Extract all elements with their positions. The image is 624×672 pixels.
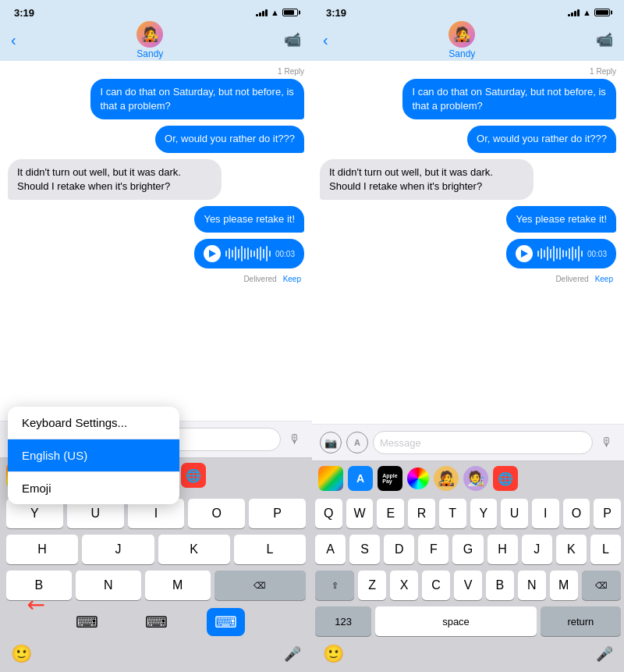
left-back-button[interactable]: ‹ — [11, 31, 16, 49]
left-key-L[interactable]: L — [234, 535, 306, 564]
right-key-N[interactable]: N — [518, 571, 546, 600]
right-key-S[interactable]: S — [349, 535, 380, 564]
right-contact-info[interactable]: 🧑‍🎤 Sandy — [448, 21, 475, 59]
right-rainbow-icon[interactable] — [407, 468, 429, 489]
right-key-V[interactable]: V — [454, 571, 482, 600]
left-reply-label: 1 Reply — [8, 67, 304, 76]
right-key-D[interactable]: D — [384, 535, 414, 564]
right-key-U[interactable]: U — [501, 499, 528, 528]
right-key-X[interactable]: X — [390, 571, 418, 600]
right-key-B[interactable]: B — [486, 571, 514, 600]
right-memoji2-icon[interactable]: 🧑‍🎨 — [463, 466, 488, 491]
right-dictate-button[interactable]: 🎙 — [597, 433, 616, 452]
right-keyboard: Q W E R T Y U I O P A S D F G H J K L ⇧ … — [312, 496, 624, 639]
left-dictate-button[interactable]: 🎙 — [285, 430, 304, 449]
right-memoji1-icon[interactable]: 🧑‍🎤 — [434, 466, 459, 491]
left-key-N[interactable]: N — [76, 571, 141, 600]
right-contact-name: Sandy — [448, 48, 475, 59]
right-delivered-row: Delivered Keep — [320, 275, 616, 283]
right-key-W[interactable]: W — [346, 499, 374, 528]
right-kbd-row1: Q W E R T Y U I O P — [312, 496, 624, 532]
left-video-button[interactable]: 📹 — [284, 31, 301, 48]
right-msg-3: It didn't turn out well, but it was dark… — [320, 159, 616, 200]
left-key-K[interactable]: K — [158, 535, 230, 564]
right-key-Q[interactable]: Q — [315, 499, 342, 528]
left-waveform — [225, 246, 271, 261]
left-mic-button[interactable]: 🎤 — [284, 645, 301, 663]
right-kbd-row4: 123 space return — [312, 603, 624, 639]
left-key-H[interactable]: H — [6, 535, 78, 564]
left-status-icons: ▲ — [256, 8, 298, 17]
left-keep-link[interactable]: Keep — [283, 275, 301, 283]
right-msg-1: I can do that on Saturday, but not befor… — [320, 79, 616, 119]
left-kbd-type-3[interactable]: ⌨ — [207, 608, 245, 636]
right-kbd-row3: ⇧ Z X C V B N M ⌫ — [312, 567, 624, 603]
right-mic-button[interactable]: 🎤 — [596, 645, 613, 663]
right-message-input[interactable]: Message — [373, 431, 593, 454]
right-key-shift[interactable]: ⇧ — [315, 571, 354, 600]
right-key-L[interactable]: L — [590, 535, 621, 564]
right-messages-area: 1 Reply I can do that on Saturday, but n… — [312, 61, 624, 424]
left-globe-icon[interactable]: 🌐 — [181, 463, 206, 488]
right-key-R[interactable]: R — [408, 499, 435, 528]
right-key-F[interactable]: F — [418, 535, 448, 564]
right-key-return[interactable]: return — [541, 606, 621, 636]
right-apps-button[interactable]: A — [346, 432, 368, 453]
left-emoji-button[interactable]: 🙂 — [11, 644, 32, 664]
right-applepay-icon[interactable]: ApplePay — [378, 466, 402, 491]
right-play-button[interactable] — [516, 245, 533, 262]
right-video-button[interactable]: 📹 — [596, 31, 613, 48]
right-key-Z[interactable]: Z — [358, 571, 386, 600]
left-contact-info[interactable]: 🧑‍🎤 Sandy — [136, 21, 163, 59]
left-contact-name: Sandy — [136, 48, 163, 59]
left-popup-emoji[interactable]: Emoji — [8, 472, 179, 504]
left-arrow-indicator: ↙ — [27, 592, 45, 617]
right-audio-time: 00:03 — [587, 250, 607, 258]
left-msg-4: Yes please retake it! — [8, 206, 304, 233]
left-key-P[interactable]: P — [249, 499, 306, 528]
left-audio-time: 00:03 — [275, 250, 295, 258]
right-key-space[interactable]: space — [375, 606, 536, 636]
right-camera-button[interactable]: 📷 — [320, 432, 342, 453]
right-globe-icon[interactable]: 🌐 — [493, 466, 518, 491]
right-photos-icon[interactable] — [318, 466, 343, 491]
right-keep-link[interactable]: Keep — [595, 275, 613, 283]
left-bubble-1: I can do that on Saturday, but not befor… — [90, 79, 304, 119]
right-key-A[interactable]: A — [315, 535, 346, 564]
right-emoji-button[interactable]: 🙂 — [323, 644, 344, 664]
left-popup-english[interactable]: English (US) — [8, 439, 179, 472]
left-key-J[interactable]: J — [82, 535, 154, 564]
left-kbd-row3: B N M ⌫ — [3, 567, 309, 603]
left-key-delete[interactable]: ⌫ — [214, 571, 306, 600]
right-key-J[interactable]: J — [522, 535, 552, 564]
right-app-row: A ApplePay 🧑‍🎤 🧑‍🎨 🌐 — [312, 460, 624, 496]
right-key-123[interactable]: 123 — [315, 606, 371, 636]
left-key-O[interactable]: O — [188, 499, 245, 528]
right-delivered-label: Delivered — [555, 275, 588, 283]
left-bubble-2: Or, would you rather do it??? — [155, 126, 304, 152]
left-play-button[interactable] — [204, 245, 221, 262]
right-msg-4: Yes please retake it! — [320, 206, 616, 233]
left-kbd-type-2[interactable]: ⌨ — [137, 608, 176, 636]
right-key-G[interactable]: G — [452, 535, 483, 564]
right-back-button[interactable]: ‹ — [323, 31, 328, 49]
left-key-M[interactable]: M — [145, 571, 211, 600]
right-key-I[interactable]: I — [532, 499, 559, 528]
right-key-T[interactable]: T — [439, 499, 466, 528]
left-delivered-row: Delivered Keep — [8, 275, 304, 283]
right-key-E[interactable]: E — [377, 499, 404, 528]
right-key-M[interactable]: M — [550, 571, 578, 600]
right-appstore-icon[interactable]: A — [348, 466, 373, 491]
left-status-time: 3:19 — [14, 7, 34, 19]
right-key-K[interactable]: K — [556, 535, 587, 564]
right-key-O[interactable]: O — [563, 499, 590, 528]
right-key-P[interactable]: P — [594, 499, 621, 528]
right-key-H[interactable]: H — [488, 535, 518, 564]
left-audio-bubble: 00:03 — [194, 239, 304, 268]
left-popup-settings[interactable]: Keyboard Settings... — [8, 407, 179, 439]
left-kbd-type-1[interactable]: ⌨ — [68, 608, 106, 636]
right-key-C[interactable]: C — [422, 571, 450, 600]
right-status-bar: 3:19 ▲ — [312, 0, 624, 22]
right-key-delete[interactable]: ⌫ — [582, 571, 621, 600]
right-key-Y[interactable]: Y — [470, 499, 498, 528]
